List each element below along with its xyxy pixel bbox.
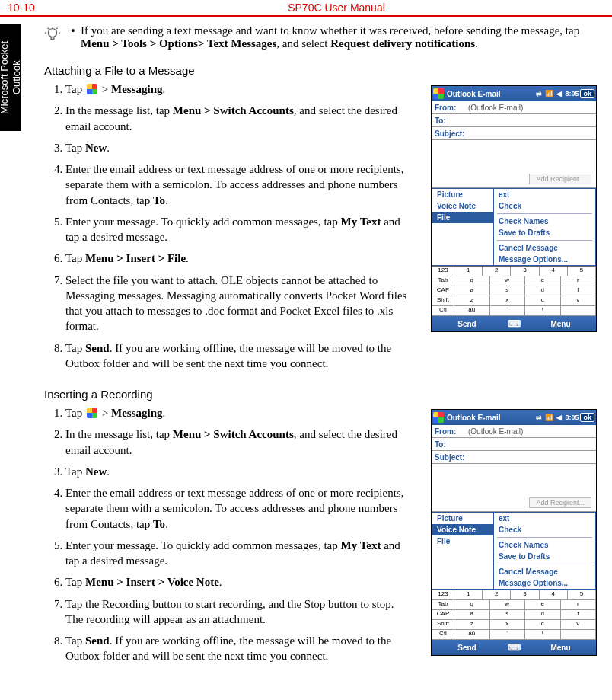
sip-key[interactable]: 2: [483, 267, 511, 276]
sip-key[interactable]: w: [490, 600, 526, 610]
menu-item[interactable]: Check Names: [494, 216, 595, 227]
sip-modifier-key[interactable]: 123: [432, 267, 454, 276]
sip-key[interactable]: \: [525, 630, 561, 640]
ok-button[interactable]: ok: [580, 89, 594, 98]
sip-key[interactable]: áü: [454, 630, 490, 640]
pda-field-row[interactable]: To:: [432, 114, 596, 127]
menu-item[interactable]: Voice Note: [432, 524, 493, 535]
start-icon[interactable]: [433, 412, 444, 423]
sip-key[interactable]: d: [525, 286, 561, 296]
menu-item[interactable]: File: [432, 535, 493, 547]
softkey-right[interactable]: Menu: [525, 644, 596, 652]
sip-key[interactable]: s: [490, 286, 526, 296]
message-body[interactable]: Add Recipient...: [432, 140, 596, 188]
page-content: • If you are sending a text message and …: [21, 17, 612, 686]
sip-key[interactable]: `: [490, 306, 526, 316]
sip-key[interactable]: z: [454, 296, 490, 306]
sip-key[interactable]: r: [561, 276, 597, 286]
pda-field-row[interactable]: From:(Outlook E-mail): [432, 101, 596, 114]
sip-key[interactable]: 3: [511, 267, 539, 276]
sip-key[interactable]: e: [525, 600, 561, 610]
sip-key[interactable]: x: [490, 620, 526, 630]
sip-modifier-key[interactable]: Shift: [432, 620, 454, 630]
sip-key[interactable]: z: [454, 620, 490, 630]
sip-key[interactable]: f: [561, 286, 597, 296]
sip-modifier-key[interactable]: Tab: [432, 600, 454, 610]
sip-key[interactable]: w: [490, 276, 526, 286]
field-value[interactable]: (Outlook E-mail): [467, 427, 596, 436]
start-icon[interactable]: [433, 88, 444, 99]
menu-item[interactable]: ext: [494, 189, 595, 200]
menu-item[interactable]: Check: [494, 200, 595, 212]
add-recipient-button[interactable]: Add Recipient...: [529, 174, 591, 184]
sip-key[interactable]: v: [561, 296, 597, 306]
on-screen-keyboard[interactable]: 12312345TabqwerCAPasdfShiftzxcvCtláü`\: [432, 266, 596, 316]
sip-key[interactable]: c: [525, 620, 561, 630]
message-body[interactable]: Add Recipient...: [432, 464, 596, 512]
sip-key[interactable]: a: [454, 286, 490, 296]
pda-field-row[interactable]: Subject:: [432, 451, 596, 464]
sip-key[interactable]: 5: [568, 590, 596, 600]
menu-item[interactable]: Check: [494, 524, 595, 535]
sip-modifier-key[interactable]: Ctl: [432, 306, 454, 316]
sip-key[interactable]: 2: [483, 590, 511, 600]
sip-key[interactable]: 3: [511, 590, 539, 600]
on-screen-keyboard[interactable]: 12312345TabqwerCAPasdfShiftzxcvCtláü`\: [432, 590, 596, 640]
field-value[interactable]: (Outlook E-mail): [467, 104, 596, 112]
menu-item[interactable]: Picture: [432, 189, 493, 200]
ok-button[interactable]: ok: [580, 413, 594, 422]
pda-field-row[interactable]: Subject:: [432, 127, 596, 140]
menu-item[interactable]: Cancel Message: [494, 242, 595, 254]
menu-item[interactable]: ext: [494, 513, 595, 524]
softkey-left[interactable]: Send: [432, 644, 502, 652]
menu-item[interactable]: Save to Drafts: [494, 227, 595, 238]
add-recipient-button[interactable]: Add Recipient...: [529, 497, 591, 508]
sip-key[interactable]: 4: [540, 590, 568, 600]
menu-item[interactable]: Message Options...: [494, 254, 595, 265]
field-label: To:: [432, 117, 467, 125]
sip-modifier-key[interactable]: Shift: [432, 296, 454, 306]
softkey-left[interactable]: Send: [432, 320, 502, 328]
menu-item[interactable]: Cancel Message: [494, 566, 595, 577]
sip-key[interactable]: r: [561, 600, 597, 610]
tip-text: If you are sending a text message and wa…: [81, 24, 597, 50]
sip-key[interactable]: c: [525, 296, 561, 306]
field-label: Subject:: [432, 129, 467, 138]
menu-item[interactable]: Save to Drafts: [494, 551, 595, 562]
menu-item[interactable]: Message Options...: [494, 577, 595, 589]
pda-field-row[interactable]: To:: [432, 438, 596, 451]
sip-key[interactable]: \: [525, 306, 561, 316]
sip-key[interactable]: q: [454, 276, 490, 286]
sip-modifier-key[interactable]: CAP: [432, 610, 454, 620]
sip-key[interactable]: `: [490, 630, 526, 640]
sip-modifier-key[interactable]: Tab: [432, 276, 454, 286]
softkey-right[interactable]: Menu: [525, 320, 596, 328]
sip-key[interactable]: e: [525, 276, 561, 286]
sip-key[interactable]: x: [490, 296, 526, 306]
sip-key[interactable]: 4: [540, 267, 568, 276]
menu-item[interactable]: Picture: [432, 513, 493, 524]
menu-item[interactable]: Check Names: [494, 539, 595, 551]
keyboard-toggle-icon[interactable]: ⌨: [502, 642, 525, 653]
sip-key[interactable]: áü: [454, 306, 490, 316]
section-attaching-file: Attaching a File to a Message Outlook E-…: [44, 64, 597, 371]
sip-key[interactable]: 1: [454, 267, 483, 276]
sip-key[interactable]: [561, 306, 597, 316]
sip-modifier-key[interactable]: 123: [432, 590, 454, 600]
keyboard-toggle-icon[interactable]: ⌨: [502, 318, 525, 329]
menu-item[interactable]: File: [432, 212, 493, 223]
context-menus: PictureVoice NoteFileextCheckCheck Names…: [432, 512, 596, 590]
sip-key[interactable]: f: [561, 610, 597, 620]
sip-key[interactable]: q: [454, 600, 490, 610]
sip-modifier-key[interactable]: CAP: [432, 286, 454, 296]
sip-key[interactable]: a: [454, 610, 490, 620]
menu-item[interactable]: Voice Note: [432, 200, 493, 212]
sip-key[interactable]: 1: [454, 590, 483, 600]
sip-key[interactable]: [561, 630, 597, 640]
sip-key[interactable]: d: [525, 610, 561, 620]
sip-modifier-key[interactable]: Ctl: [432, 630, 454, 640]
sip-key[interactable]: 5: [568, 267, 596, 276]
sip-key[interactable]: v: [561, 620, 597, 630]
sip-key[interactable]: s: [490, 610, 526, 620]
pda-field-row[interactable]: From:(Outlook E-mail): [432, 425, 596, 438]
